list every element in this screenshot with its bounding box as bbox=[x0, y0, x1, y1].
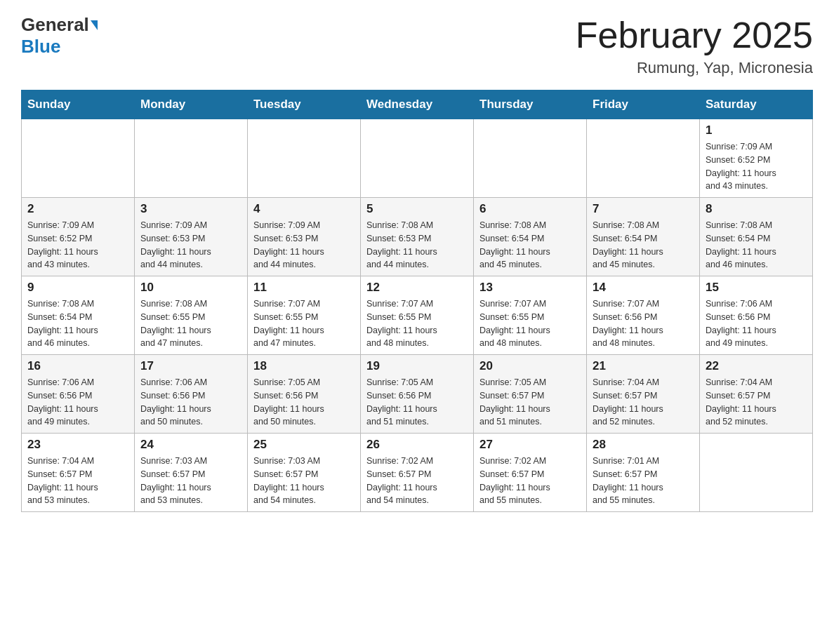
day-number: 4 bbox=[253, 202, 355, 216]
day-info: Sunrise: 7:05 AMSunset: 6:57 PMDaylight:… bbox=[479, 376, 581, 429]
day-info: Sunrise: 7:09 AMSunset: 6:53 PMDaylight:… bbox=[253, 219, 355, 271]
calendar-cell: 23Sunrise: 7:04 AMSunset: 6:57 PMDayligh… bbox=[22, 434, 135, 512]
calendar-cell: 28Sunrise: 7:01 AMSunset: 6:57 PMDayligh… bbox=[587, 434, 700, 512]
day-number: 18 bbox=[253, 359, 355, 373]
day-number: 2 bbox=[27, 202, 128, 216]
day-number: 10 bbox=[140, 281, 241, 295]
weekday-header-wednesday: Wednesday bbox=[361, 90, 474, 119]
location-title: Rumung, Yap, Micronesia bbox=[576, 59, 813, 77]
calendar-cell bbox=[135, 119, 248, 198]
calendar-week-row: 9Sunrise: 7:08 AMSunset: 6:54 PMDaylight… bbox=[22, 276, 813, 355]
day-number: 12 bbox=[366, 281, 468, 295]
day-number: 16 bbox=[27, 359, 128, 373]
day-number: 25 bbox=[253, 438, 355, 452]
day-number: 6 bbox=[479, 202, 581, 216]
day-number: 23 bbox=[27, 438, 128, 452]
title-section: February 2025 Rumung, Yap, Micronesia bbox=[576, 14, 813, 77]
day-info: Sunrise: 7:08 AMSunset: 6:54 PMDaylight:… bbox=[27, 297, 128, 350]
logo-blue-text: Blue bbox=[21, 36, 60, 58]
day-number: 3 bbox=[140, 202, 241, 216]
calendar-cell: 24Sunrise: 7:03 AMSunset: 6:57 PMDayligh… bbox=[135, 434, 248, 512]
logo: General Blue bbox=[21, 14, 99, 58]
day-info: Sunrise: 7:04 AMSunset: 6:57 PMDaylight:… bbox=[27, 455, 128, 507]
day-info: Sunrise: 7:04 AMSunset: 6:57 PMDaylight:… bbox=[706, 376, 807, 429]
day-info: Sunrise: 7:04 AMSunset: 6:57 PMDaylight:… bbox=[593, 376, 694, 429]
calendar-week-row: 23Sunrise: 7:04 AMSunset: 6:57 PMDayligh… bbox=[22, 434, 813, 512]
day-info: Sunrise: 7:07 AMSunset: 6:55 PMDaylight:… bbox=[253, 297, 355, 350]
day-info: Sunrise: 7:08 AMSunset: 6:54 PMDaylight:… bbox=[706, 219, 807, 271]
calendar-cell: 16Sunrise: 7:06 AMSunset: 6:56 PMDayligh… bbox=[22, 355, 135, 434]
day-number: 26 bbox=[366, 438, 468, 452]
calendar-cell: 6Sunrise: 7:08 AMSunset: 6:54 PMDaylight… bbox=[474, 198, 587, 276]
calendar-cell: 21Sunrise: 7:04 AMSunset: 6:57 PMDayligh… bbox=[587, 355, 700, 434]
calendar-cell: 15Sunrise: 7:06 AMSunset: 6:56 PMDayligh… bbox=[700, 276, 813, 355]
calendar-cell: 25Sunrise: 7:03 AMSunset: 6:57 PMDayligh… bbox=[248, 434, 361, 512]
calendar-cell: 4Sunrise: 7:09 AMSunset: 6:53 PMDaylight… bbox=[248, 198, 361, 276]
logo-triangle-icon bbox=[91, 20, 98, 30]
calendar-week-row: 16Sunrise: 7:06 AMSunset: 6:56 PMDayligh… bbox=[22, 355, 813, 434]
calendar-cell bbox=[361, 119, 474, 198]
day-number: 9 bbox=[27, 281, 128, 295]
day-number: 8 bbox=[706, 202, 807, 216]
day-info: Sunrise: 7:06 AMSunset: 6:56 PMDaylight:… bbox=[706, 297, 807, 350]
calendar-week-row: 2Sunrise: 7:09 AMSunset: 6:52 PMDaylight… bbox=[22, 198, 813, 276]
calendar-cell: 17Sunrise: 7:06 AMSunset: 6:56 PMDayligh… bbox=[135, 355, 248, 434]
calendar-cell: 2Sunrise: 7:09 AMSunset: 6:52 PMDaylight… bbox=[22, 198, 135, 276]
weekday-header-thursday: Thursday bbox=[474, 90, 587, 119]
month-title: February 2025 bbox=[576, 14, 813, 56]
day-info: Sunrise: 7:03 AMSunset: 6:57 PMDaylight:… bbox=[140, 455, 241, 507]
weekday-header-tuesday: Tuesday bbox=[248, 90, 361, 119]
calendar-cell: 14Sunrise: 7:07 AMSunset: 6:56 PMDayligh… bbox=[587, 276, 700, 355]
calendar-table: SundayMondayTuesdayWednesdayThursdayFrid… bbox=[21, 90, 813, 512]
day-number: 24 bbox=[140, 438, 241, 452]
day-number: 14 bbox=[593, 281, 694, 295]
day-info: Sunrise: 7:02 AMSunset: 6:57 PMDaylight:… bbox=[479, 455, 581, 507]
calendar-cell: 10Sunrise: 7:08 AMSunset: 6:55 PMDayligh… bbox=[135, 276, 248, 355]
day-number: 27 bbox=[479, 438, 581, 452]
day-info: Sunrise: 7:06 AMSunset: 6:56 PMDaylight:… bbox=[27, 376, 128, 429]
calendar-cell: 19Sunrise: 7:05 AMSunset: 6:56 PMDayligh… bbox=[361, 355, 474, 434]
day-number: 22 bbox=[706, 359, 807, 373]
calendar-week-row: 1Sunrise: 7:09 AMSunset: 6:52 PMDaylight… bbox=[22, 119, 813, 198]
day-info: Sunrise: 7:02 AMSunset: 6:57 PMDaylight:… bbox=[366, 455, 468, 507]
page-header: General Blue February 2025 Rumung, Yap, … bbox=[21, 14, 813, 77]
calendar-cell: 12Sunrise: 7:07 AMSunset: 6:55 PMDayligh… bbox=[361, 276, 474, 355]
day-info: Sunrise: 7:05 AMSunset: 6:56 PMDaylight:… bbox=[366, 376, 468, 429]
weekday-header-monday: Monday bbox=[135, 90, 248, 119]
calendar-cell: 7Sunrise: 7:08 AMSunset: 6:54 PMDaylight… bbox=[587, 198, 700, 276]
calendar-cell bbox=[474, 119, 587, 198]
day-number: 17 bbox=[140, 359, 241, 373]
calendar-cell: 11Sunrise: 7:07 AMSunset: 6:55 PMDayligh… bbox=[248, 276, 361, 355]
day-info: Sunrise: 7:09 AMSunset: 6:52 PMDaylight:… bbox=[27, 219, 128, 271]
logo-general-text: General bbox=[21, 14, 89, 36]
day-number: 21 bbox=[593, 359, 694, 373]
day-info: Sunrise: 7:06 AMSunset: 6:56 PMDaylight:… bbox=[140, 376, 241, 429]
day-info: Sunrise: 7:01 AMSunset: 6:57 PMDaylight:… bbox=[593, 455, 694, 507]
calendar-cell: 13Sunrise: 7:07 AMSunset: 6:55 PMDayligh… bbox=[474, 276, 587, 355]
day-info: Sunrise: 7:07 AMSunset: 6:55 PMDaylight:… bbox=[479, 297, 581, 350]
day-number: 5 bbox=[366, 202, 468, 216]
day-info: Sunrise: 7:07 AMSunset: 6:55 PMDaylight:… bbox=[366, 297, 468, 350]
day-number: 1 bbox=[706, 123, 807, 137]
weekday-header-friday: Friday bbox=[587, 90, 700, 119]
weekday-header-saturday: Saturday bbox=[700, 90, 813, 119]
weekday-header-row: SundayMondayTuesdayWednesdayThursdayFrid… bbox=[22, 90, 813, 119]
calendar-cell bbox=[248, 119, 361, 198]
day-info: Sunrise: 7:09 AMSunset: 6:52 PMDaylight:… bbox=[706, 140, 807, 193]
day-info: Sunrise: 7:09 AMSunset: 6:53 PMDaylight:… bbox=[140, 219, 241, 271]
calendar-cell bbox=[587, 119, 700, 198]
calendar-cell: 22Sunrise: 7:04 AMSunset: 6:57 PMDayligh… bbox=[700, 355, 813, 434]
day-number: 11 bbox=[253, 281, 355, 295]
day-number: 28 bbox=[593, 438, 694, 452]
day-number: 15 bbox=[706, 281, 807, 295]
calendar-cell bbox=[700, 434, 813, 512]
calendar-cell: 3Sunrise: 7:09 AMSunset: 6:53 PMDaylight… bbox=[135, 198, 248, 276]
day-info: Sunrise: 7:08 AMSunset: 6:55 PMDaylight:… bbox=[140, 297, 241, 350]
day-info: Sunrise: 7:07 AMSunset: 6:56 PMDaylight:… bbox=[593, 297, 694, 350]
calendar-cell bbox=[22, 119, 135, 198]
calendar-cell: 27Sunrise: 7:02 AMSunset: 6:57 PMDayligh… bbox=[474, 434, 587, 512]
calendar-cell: 8Sunrise: 7:08 AMSunset: 6:54 PMDaylight… bbox=[700, 198, 813, 276]
day-number: 7 bbox=[593, 202, 694, 216]
day-info: Sunrise: 7:05 AMSunset: 6:56 PMDaylight:… bbox=[253, 376, 355, 429]
day-number: 20 bbox=[479, 359, 581, 373]
